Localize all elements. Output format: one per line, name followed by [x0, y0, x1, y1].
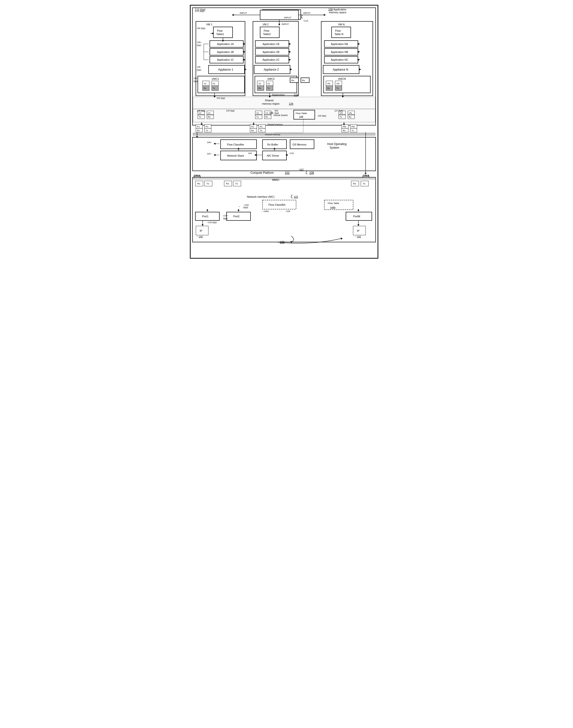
svg-text:V2: V2: [256, 112, 259, 114]
svg-marker-321: [341, 238, 343, 240]
svg-marker-10: [324, 14, 326, 16]
svg-text:Rx: Rx: [302, 79, 305, 82]
svg-text:138~: 138~: [197, 41, 202, 44]
svg-text:Flow: Flow: [335, 29, 341, 32]
svg-text:148: 148: [299, 115, 303, 118]
svg-rect-233: [193, 178, 375, 180]
svg-marker-302: [269, 96, 270, 98]
svg-text:Tx: Tx: [206, 129, 208, 132]
svg-rect-89: [203, 86, 209, 90]
svg-text:Application NB: Application NB: [331, 51, 348, 53]
svg-text:·: ·: [297, 74, 298, 78]
svg-rect-185: [342, 128, 348, 132]
svg-text:(typ): (typ): [223, 217, 227, 220]
svg-rect-13: [253, 21, 299, 96]
svg-rect-130: [198, 111, 205, 115]
svg-rect-175: [250, 125, 257, 128]
svg-text:~: ~: [239, 205, 240, 208]
svg-text:Rx: Rx: [291, 79, 294, 82]
svg-rect-93: [212, 86, 218, 90]
svg-text:Tx: Tx: [206, 182, 209, 185]
svg-text:118~: 118~: [223, 214, 228, 217]
svg-rect-138: [255, 111, 262, 115]
svg-marker-75: [358, 59, 360, 61]
svg-text:NIC Driver: NIC Driver: [267, 154, 279, 157]
svg-rect-123: [193, 97, 375, 109]
svg-text:PM: PM: [352, 126, 355, 128]
svg-rect-193: [193, 137, 376, 171]
svg-text:VM 2: VM 2: [263, 23, 269, 26]
svg-marker-73: [358, 51, 360, 53]
svg-text:Tx: Tx: [235, 182, 238, 185]
svg-text:148a: 148a: [330, 206, 336, 208]
svg-text:(typ): (typ): [194, 80, 198, 83]
svg-marker-79: [245, 68, 246, 70]
svg-text:Flow: Flow: [217, 29, 222, 32]
svg-rect-115: [326, 86, 333, 90]
svg-text:INPUT: INPUT: [303, 12, 310, 14]
svg-text:Rx: Rx: [327, 87, 330, 89]
svg-rect-165: [193, 123, 375, 126]
svg-rect-250: [263, 200, 296, 209]
svg-text:~: ~: [197, 235, 198, 238]
svg-text:Table1: Table1: [216, 33, 224, 36]
svg-text:~116 (typ): ~116 (typ): [207, 221, 216, 224]
svg-text:127 (typ): 127 (typ): [334, 109, 343, 112]
svg-text:Tx: Tx: [199, 116, 201, 118]
svg-marker-300: [214, 96, 215, 98]
svg-rect-167: [196, 125, 203, 128]
svg-rect-107: [301, 78, 309, 83]
svg-rect-198: [220, 140, 257, 149]
svg-rect-146: [339, 111, 346, 115]
svg-text:VM 1: VM 1: [206, 23, 212, 26]
svg-text:134: 134: [289, 102, 293, 105]
diagram-container: INPUT INPUT INPUT INPUT VM 1 VM 2 VM N F…: [190, 5, 383, 259]
svg-text:vNIC2: vNIC2: [267, 77, 275, 80]
svg-text:V1: V1: [208, 112, 210, 114]
svg-text:DMA: DMA: [194, 174, 200, 177]
svg-text:110: 110: [294, 93, 298, 96]
svg-text:126 (typ): 126 (typ): [318, 114, 326, 117]
svg-text:V2: V2: [265, 112, 268, 114]
svg-text:~: ~: [299, 168, 300, 171]
svg-text:Rx: Rx: [349, 116, 352, 118]
svg-rect-212: [263, 151, 286, 160]
svg-text:Flow Table: Flow Table: [296, 112, 307, 114]
svg-text:Table2: Table2: [263, 33, 271, 36]
svg-text:Appliance 1: Appliance 1: [218, 68, 233, 71]
svg-rect-134: [207, 111, 214, 115]
svg-text:Application 2B: Application 2B: [263, 51, 279, 53]
svg-rect-113: [326, 81, 333, 86]
svg-text:~120: ~120: [243, 203, 249, 206]
svg-text:Network Stack: Network Stack: [227, 154, 244, 157]
svg-text:~104: ~104: [285, 210, 290, 212]
svg-marker-202: [214, 143, 215, 145]
svg-text:Tx: Tx: [213, 87, 215, 89]
svg-marker-318: [238, 147, 240, 149]
svg-text:Rx: Rx: [197, 182, 200, 185]
svg-text:106: 106: [309, 171, 314, 175]
svg-text:Shared memory: Shared memory: [265, 134, 280, 136]
svg-text:V2: V2: [267, 83, 270, 85]
svg-text:Rx: Rx: [265, 116, 268, 118]
svg-text:INPUT: INPUT: [240, 12, 247, 14]
svg-marker-279: [358, 224, 359, 226]
svg-text:PM: PM: [343, 126, 346, 128]
svg-text:Tx: Tx: [340, 116, 342, 118]
svg-text:Application NC: Application NC: [331, 58, 348, 61]
svg-text:VN: VN: [340, 112, 343, 114]
svg-text:132 (typ): 132 (typ): [216, 97, 225, 99]
svg-text:Rx: Rx: [208, 116, 210, 118]
svg-marker-69: [289, 59, 291, 61]
svg-text:VM N: VM N: [338, 23, 345, 26]
svg-text:100: 100: [280, 241, 284, 244]
svg-text:Port2: Port2: [233, 215, 240, 218]
svg-rect-103: [266, 86, 273, 90]
svg-marker-211: [214, 154, 215, 156]
svg-text:P2: P2: [260, 126, 263, 128]
svg-text:P1: P1: [197, 126, 200, 128]
svg-text:V1: V1: [213, 83, 215, 85]
svg-text:Shared: Shared: [265, 99, 273, 102]
svg-text:ζ: ζ: [291, 194, 293, 199]
svg-text:Appliance 2: Appliance 2: [264, 68, 279, 71]
